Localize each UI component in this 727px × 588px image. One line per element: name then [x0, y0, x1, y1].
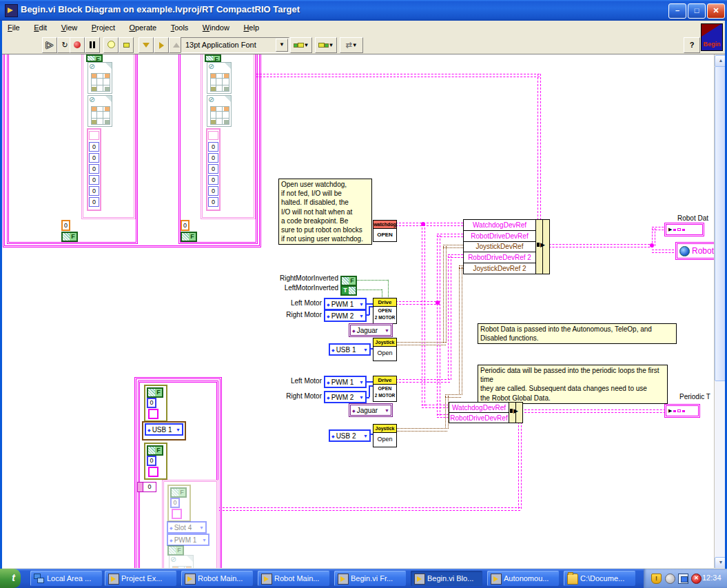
task-begin-front[interactable]: Begin.vi Fr... [334, 571, 406, 586]
task-project-explorer[interactable]: Project Ex... [105, 571, 176, 586]
close-button[interactable]: ✕ [707, 3, 725, 19]
pause-button[interactable] [85, 37, 100, 53]
menu-window[interactable]: Window [197, 21, 235, 32]
joystick-subcluster-1[interactable]: F 0 [144, 385, 167, 422]
task-begin-block-active[interactable]: Begin.vi Blo... [411, 571, 482, 586]
alert-shield-icon[interactable]: ✕ [691, 574, 702, 584]
drive1-ref-wire [437, 234, 463, 237]
enum-jaguar-1[interactable]: ◆Jaguar▼ [350, 325, 391, 336]
menu-view[interactable]: View [56, 21, 83, 32]
vi-ref-constant-icon[interactable]: ⊘ [88, 62, 112, 94]
menu-edit[interactable]: Edit [28, 21, 52, 32]
periodic-tasks-indicator[interactable]: ▶ [666, 405, 699, 416]
array-constant[interactable]: 0 0 0 0 0 0 [206, 128, 221, 211]
maximize-button[interactable]: □ [688, 3, 706, 19]
array-index[interactable] [208, 131, 218, 140]
font-dropdown-arrow[interactable]: ▼ [276, 39, 288, 52]
enum-usb2[interactable]: ◆USB 2▼ [329, 429, 371, 442]
cluster-box[interactable] [148, 409, 158, 419]
menu-help[interactable]: Help [238, 21, 265, 32]
bool-wire [388, 280, 389, 298]
highlight-execution-button[interactable] [103, 37, 119, 53]
retain-wire-values-button[interactable] [119, 37, 134, 53]
vertical-scrollbar[interactable]: ▲ ▼ [714, 54, 725, 568]
task-local-area[interactable]: Local Area ... [30, 571, 102, 586]
drive-open-vi-1[interactable]: Drive OPEN 2 MOTOR [373, 298, 397, 324]
device-icon[interactable] [665, 574, 675, 584]
boolean-constant[interactable]: F [61, 232, 78, 242]
numeric-constant[interactable]: 0 [61, 220, 70, 231]
vi-ref-constant-icon[interactable]: ⊘ [207, 62, 232, 94]
enum-pwm1-faded: ◆PWM 1▼ [167, 534, 209, 546]
step-over-icon [159, 42, 164, 49]
vi-ref-constant-icon[interactable]: ⊘ [88, 95, 112, 127]
enum-wire [369, 386, 370, 397]
enum-pwm2-drive2[interactable]: ◆PWM 2▼ [324, 391, 367, 403]
faded-vi-ref-icon: ⊘ [169, 555, 194, 568]
numeric-constant[interactable]: 0 [181, 220, 190, 231]
slash-icon: ⊘ [208, 62, 214, 71]
labview-icon [261, 574, 272, 585]
numeric-constant[interactable]: 0 [147, 456, 156, 466]
task-robot-main-1[interactable]: Robot Main... [181, 571, 253, 586]
boolean-constant[interactable]: F [86, 54, 103, 62]
run-button[interactable]: ▷ [42, 37, 57, 53]
enum-pwm1-drive2[interactable]: ◆PWM 1▼ [324, 376, 367, 388]
numeric-with-badge[interactable]: 0 [137, 482, 156, 492]
indicator-arrow-icon: ▶ [668, 227, 672, 232]
menu-tools[interactable]: Tools [165, 21, 194, 32]
enum-usb1-cluster[interactable]: ◆USB 1▼ [145, 423, 183, 436]
start-button[interactable]: t [0, 569, 21, 588]
menu-file[interactable]: File [2, 21, 25, 32]
scrollbar-thumb[interactable] [715, 66, 725, 381]
numeric-constant[interactable]: 0 [147, 398, 156, 408]
boolean-constant[interactable]: F [147, 387, 163, 398]
watchdog-open-vi[interactable]: watchdog OPEN [373, 220, 397, 242]
cluster-box[interactable] [148, 467, 158, 477]
joystick-subcluster-2[interactable]: F 0 [144, 443, 167, 480]
vi-icon-begin[interactable]: Begin [701, 23, 723, 51]
minimize-button[interactable]: – [668, 3, 686, 19]
menu-operate[interactable]: Operate [123, 21, 162, 32]
layered-windows-icon[interactable] [678, 574, 688, 584]
vi-ref-constant-icon[interactable]: ⊘ [207, 95, 232, 127]
step-into-button[interactable] [139, 37, 154, 53]
label-left-motor-2: Left Motor [279, 377, 322, 385]
enum-pwm2-drive1[interactable]: ◆PWM 2▼ [324, 310, 367, 322]
scroll-up-button[interactable]: ▲ [715, 55, 725, 67]
boolean-constant[interactable]: F [181, 232, 197, 242]
distribute-objects-button[interactable]: ▼ [315, 37, 337, 53]
cluster-wire [256, 74, 540, 77]
enum-pwm1-drive1[interactable]: ◆PWM 1▼ [324, 298, 367, 310]
task-robot-main-2[interactable]: Robot Main... [258, 571, 329, 586]
menu-project[interactable]: Project [86, 21, 121, 32]
step-over-button[interactable] [154, 37, 169, 53]
array-constant[interactable]: 0 0 0 0 0 0 [87, 128, 101, 211]
array-index[interactable] [89, 131, 99, 140]
run-icon: ▷ [46, 39, 53, 50]
task-autonomous[interactable]: Autonomou... [487, 571, 559, 586]
label-periodic-tasks: Periodic T [679, 393, 710, 401]
task-explorer-folder[interactable]: C:\Docume... [564, 571, 635, 586]
right-motor-inverted-constant[interactable]: F [340, 276, 357, 286]
joystick-open-vi-1[interactable]: Joystick Open [373, 338, 397, 361]
robot-data-indicator[interactable]: ▶ [666, 224, 703, 235]
pause-icon [90, 41, 92, 48]
drive-open-vi-2[interactable]: Drive OPEN 2 MOTOR [373, 376, 397, 402]
boolean-constant[interactable]: F [147, 445, 163, 456]
left-motor-inverted-constant[interactable]: T [340, 285, 357, 296]
abort-button[interactable] [70, 37, 85, 53]
security-shield-icon[interactable]: ! [651, 574, 662, 584]
enum-usb1[interactable]: ◆USB 1▼ [329, 343, 371, 356]
context-help-button[interactable]: ? [684, 37, 700, 53]
reorder-button[interactable]: ⇄▼ [340, 37, 363, 53]
font-selector[interactable]: 13pt Application Font ▼ [181, 37, 289, 53]
menu-bar: File Edit View Project Operate Tools Win… [2, 21, 725, 37]
drive1-ref-wire [437, 235, 440, 416]
scroll-down-button[interactable]: ▼ [715, 557, 725, 568]
align-objects-button[interactable]: ▼ [290, 37, 312, 53]
joystick-open-vi-2[interactable]: Joystick Open [373, 424, 397, 447]
boolean-constant[interactable]: F [205, 54, 221, 62]
joystick1-ref-wire [396, 342, 446, 345]
enum-jaguar-2[interactable]: ◆Jaguar▼ [350, 405, 391, 416]
